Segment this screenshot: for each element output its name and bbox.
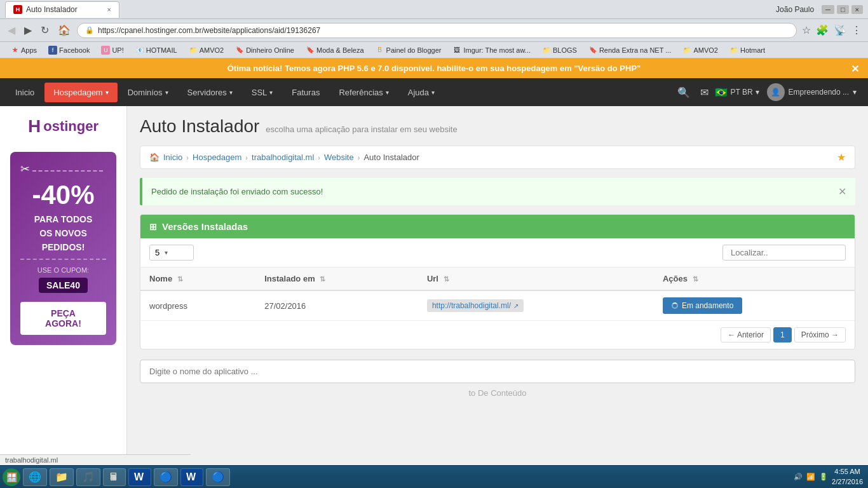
nav-hospedagem[interactable]: Hospedagem ▾ — [44, 83, 117, 102]
network-icon[interactable]: 📶 — [806, 473, 815, 481]
table-row: wordpress 27/02/2016 http://trabalhodigi… — [140, 290, 855, 321]
start-button[interactable]: 🪟 — [3, 468, 20, 486]
volume-icon[interactable]: 🔊 — [794, 473, 803, 481]
breadcrumb-hospedagem[interactable]: Hospedagem — [193, 152, 241, 162]
promo-line1: PARA TODOS — [20, 214, 106, 224]
table-search-input[interactable] — [722, 245, 846, 261]
hotmart-folder-icon: 📁 — [729, 46, 738, 55]
bookmark-hotmail[interactable]: 📧 HOTMAIL — [130, 44, 182, 56]
home-icon: 🏠 — [149, 152, 159, 162]
breadcrumb-sep-2: › — [245, 154, 248, 161]
taskbar-media[interactable]: 🎵 — [76, 468, 100, 486]
close-button[interactable]: × — [851, 5, 863, 14]
search-nav-icon[interactable]: 🔍 — [674, 83, 694, 102]
sort-url-icon: ⇅ — [444, 275, 449, 283]
taskbar-chrome1[interactable]: 🔵 — [154, 468, 178, 486]
chrome1-icon: 🔵 — [159, 471, 172, 483]
bookmark-moda[interactable]: 🔖 Moda & Beleza — [301, 44, 369, 56]
minimize-button[interactable]: ─ — [822, 5, 834, 14]
nav-faturas[interactable]: Faturas — [283, 83, 329, 102]
bookmark-apps-label: Apps — [21, 46, 37, 54]
sort-instalado-icon: ⇅ — [320, 275, 325, 283]
nav-dominios[interactable]: Dominíos ▾ — [119, 83, 177, 102]
table-header-row: Nome ⇅ Instalado em ⇅ Url ⇅ Ações — [140, 268, 855, 291]
bookmark-star-icon[interactable]: ☆ — [801, 23, 812, 37]
dinheiro-icon: 🔖 — [235, 46, 244, 55]
hospedagem-caret-icon: ▾ — [105, 89, 109, 96]
bookmark-blogger[interactable]: B Painel do Blogger — [370, 44, 447, 56]
site-url-link[interactable]: http://trabalhodigital.ml/ ↗ — [427, 299, 524, 312]
extensions-icon[interactable]: 🧩 — [815, 23, 830, 37]
bookmark-hotmail-label: HOTMAIL — [146, 46, 177, 54]
browser-tab[interactable]: H Auto Instalador × — [5, 1, 119, 18]
nav-inicio[interactable]: Inicio — [6, 83, 43, 102]
home-button[interactable]: 🏠 — [55, 23, 73, 37]
forward-button[interactable]: ▶ — [22, 23, 34, 37]
bookmark-amvo2-2[interactable]: 📁 AMVO2 — [677, 44, 723, 56]
page-title: Auto Instalador — [140, 116, 259, 137]
breadcrumb-domain[interactable]: trabalhodigital.ml — [252, 152, 314, 162]
prev-page-button[interactable]: ← Anterior — [721, 327, 771, 342]
nav-servidores[interactable]: Servidores ▾ — [179, 83, 241, 102]
refresh-button[interactable]: ↻ — [38, 23, 51, 37]
nav-inicio-label: Inicio — [15, 88, 34, 97]
top-nav: Inicio Hospedagem ▾ Dominíos ▾ Servidore… — [0, 78, 868, 106]
installed-toolbar: 5 ▾ — [140, 238, 855, 267]
bookmark-up[interactable]: U UP! — [96, 44, 128, 56]
favorite-star-icon[interactable]: ★ — [837, 151, 846, 163]
taskbar-word1[interactable]: W — [128, 468, 151, 486]
col-instalado[interactable]: Instalado em ⇅ — [255, 268, 418, 291]
taskbar-explorer[interactable]: 📁 — [50, 468, 74, 486]
bookmark-blogs[interactable]: 📁 BLOGS — [537, 44, 582, 56]
app-search-input[interactable] — [140, 360, 855, 383]
page-1-button[interactable]: 1 — [773, 327, 792, 342]
menu-icon[interactable]: ⋮ — [850, 23, 863, 37]
page-size-dropdown[interactable]: 5 ▾ — [149, 245, 194, 261]
external-link-icon: ↗ — [513, 302, 519, 309]
breadcrumb-website[interactable]: Website — [324, 152, 354, 162]
bookmark-apps[interactable]: ★ Apps — [5, 44, 42, 56]
nav-ajuda[interactable]: Ajuda ▾ — [399, 83, 444, 102]
promo-button[interactable]: PEÇA AGORA! — [20, 302, 106, 335]
bookmark-blogger-label: Painel do Blogger — [386, 46, 442, 54]
bookmark-renda[interactable]: 🔖 Renda Extra na NET ... — [583, 44, 677, 56]
blogger-icon: B — [376, 46, 384, 55]
bookmark-up-label: UP! — [112, 46, 123, 54]
nav-referencias[interactable]: Referências ▾ — [330, 83, 397, 102]
breadcrumb-inicio[interactable]: Inicio — [163, 152, 182, 162]
bookmark-imgur[interactable]: 🖼 Imgur: The most aw... — [447, 44, 536, 56]
browser-toolbar: ◀ ▶ ↻ 🏠 🔒 https://cpanel.hostinger.com.b… — [0, 19, 868, 42]
taskbar-ie[interactable]: 🌐 — [23, 468, 47, 486]
window-controls[interactable]: ─ □ × — [822, 5, 863, 14]
address-bar[interactable]: 🔒 https://cpanel.hostinger.com.br/websit… — [77, 23, 797, 38]
bookmark-amvo2[interactable]: 📁 AMVO2 — [184, 44, 229, 56]
breadcrumb-sep-1: › — [186, 154, 189, 161]
back-button[interactable]: ◀ — [5, 23, 18, 37]
col-nome[interactable]: Nome ⇅ — [140, 268, 255, 291]
maximize-button[interactable]: □ — [837, 5, 849, 14]
taskbar-clock[interactable]: 4:55 AM 2/27/2016 — [832, 467, 863, 487]
installed-header-label: Versões Instaladas — [162, 221, 248, 232]
bookmark-dinheiro[interactable]: 🔖 Dinheiro Online — [230, 44, 299, 56]
nav-servidores-label: Servidores — [187, 88, 227, 97]
in-progress-button[interactable]: Em andamento — [663, 297, 742, 314]
taskbar-calc[interactable]: 🖩 — [103, 468, 126, 486]
col-acoes[interactable]: Ações ⇅ — [654, 268, 855, 291]
alert-close-button[interactable]: ✕ — [838, 186, 846, 198]
next-page-button[interactable]: Próximo → — [794, 327, 846, 342]
tab-close-button[interactable]: × — [107, 6, 111, 13]
taskbar-word2[interactable]: W — [180, 468, 203, 486]
notification-close-button[interactable]: ✕ — [851, 62, 859, 74]
mail-nav-icon[interactable]: ✉ — [696, 83, 712, 102]
lang-label[interactable]: PT BR — [730, 88, 752, 97]
user-menu[interactable]: 👤 Empreendendo ... ▾ — [762, 81, 862, 104]
taskbar-chrome2[interactable]: 🔵 — [206, 468, 230, 486]
col-url[interactable]: Url ⇅ — [418, 268, 654, 291]
page-size-select[interactable]: 5 ▾ — [149, 245, 194, 261]
bookmark-hotmart[interactable]: 📁 Hotmart — [724, 44, 770, 56]
col-instalado-label: Instalado em — [264, 274, 315, 283]
bookmark-facebook[interactable]: f Facebook — [43, 44, 95, 56]
cast-icon[interactable]: 📡 — [832, 23, 848, 37]
bookmark-hotmart-label: Hotmart — [740, 46, 765, 54]
nav-ssl[interactable]: SSL ▾ — [243, 83, 282, 102]
